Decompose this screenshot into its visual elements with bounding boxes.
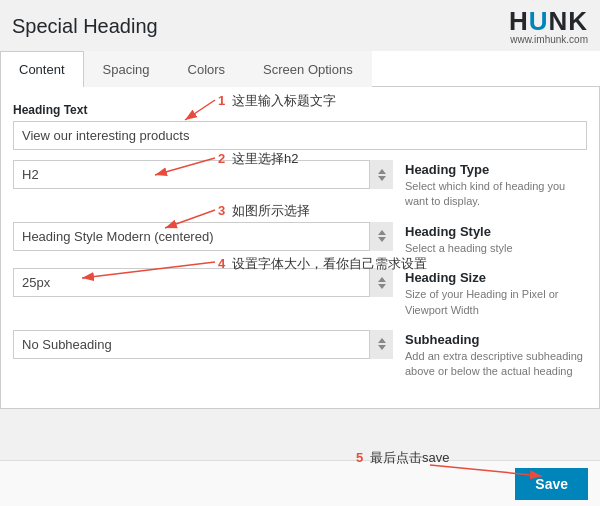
heading-type-desc: Select which kind of heading you want to… — [405, 179, 587, 210]
subheading-left: No Subheading Above Heading Below Headin… — [13, 330, 393, 359]
heading-style-row: Heading Style Modern (centered) Heading … — [13, 222, 587, 256]
heading-size-select-wrapper: 25px 20px 30px 35px 40px — [13, 268, 393, 297]
bottom-bar: Save — [0, 460, 600, 506]
heading-type-left: H2 H1 H3 H4 H5 H6 — [13, 160, 393, 189]
heading-style-select[interactable]: Heading Style Modern (centered) Heading … — [13, 222, 393, 251]
tab-spacing[interactable]: Spacing — [84, 51, 169, 87]
heading-style-right: Heading Style Select a heading style — [405, 222, 587, 256]
tab-content[interactable]: Content — [0, 51, 84, 87]
subheading-right: Subheading Add an extra descriptive subh… — [405, 330, 587, 380]
logo-area: HUNK www.imhunk.com — [509, 8, 588, 45]
heading-size-title: Heading Size — [405, 270, 587, 285]
heading-style-desc: Select a heading style — [405, 241, 587, 256]
heading-style-select-wrapper: Heading Style Modern (centered) Heading … — [13, 222, 393, 251]
main-content: Heading Text H2 H1 H3 H4 H5 H6 — [0, 87, 600, 409]
subheading-select-wrapper: No Subheading Above Heading Below Headin… — [13, 330, 393, 359]
heading-size-row: 25px 20px 30px 35px 40px Heading Size Si… — [13, 268, 587, 318]
heading-style-title: Heading Style — [405, 224, 587, 239]
subheading-row: No Subheading Above Heading Below Headin… — [13, 330, 587, 380]
page-wrapper: Special Heading HUNK www.imhunk.com Cont… — [0, 0, 600, 506]
heading-type-right: Heading Type Select which kind of headin… — [405, 160, 587, 210]
page-title: Special Heading — [12, 15, 158, 38]
subheading-desc: Add an extra descriptive subheading abov… — [405, 349, 587, 380]
heading-type-row: H2 H1 H3 H4 H5 H6 Heading Type Select wh… — [13, 160, 587, 210]
heading-type-title: Heading Type — [405, 162, 587, 177]
tab-screen-options[interactable]: Screen Options — [244, 51, 372, 87]
heading-text-label: Heading Text — [13, 103, 587, 117]
heading-size-select[interactable]: 25px 20px 30px 35px 40px — [13, 268, 393, 297]
logo-hunk: HUNK — [509, 8, 588, 34]
heading-size-left: 25px 20px 30px 35px 40px — [13, 268, 393, 297]
heading-size-right: Heading Size Size of your Heading in Pix… — [405, 268, 587, 318]
tabs-bar: Content Spacing Colors Screen Options — [0, 51, 600, 87]
tab-colors[interactable]: Colors — [169, 51, 245, 87]
logo-text: H — [509, 6, 529, 36]
heading-style-left: Heading Style Modern (centered) Heading … — [13, 222, 393, 251]
logo-url: www.imhunk.com — [509, 34, 588, 45]
save-button[interactable]: Save — [515, 468, 588, 500]
heading-text-row: Heading Text — [13, 103, 587, 150]
heading-text-input[interactable] — [13, 121, 587, 150]
heading-type-select[interactable]: H2 H1 H3 H4 H5 H6 — [13, 160, 393, 189]
heading-size-desc: Size of your Heading in Pixel or Viewpor… — [405, 287, 587, 318]
page-header: Special Heading HUNK www.imhunk.com — [0, 0, 600, 51]
heading-type-select-wrapper: H2 H1 H3 H4 H5 H6 — [13, 160, 393, 189]
subheading-title: Subheading — [405, 332, 587, 347]
subheading-select[interactable]: No Subheading Above Heading Below Headin… — [13, 330, 393, 359]
